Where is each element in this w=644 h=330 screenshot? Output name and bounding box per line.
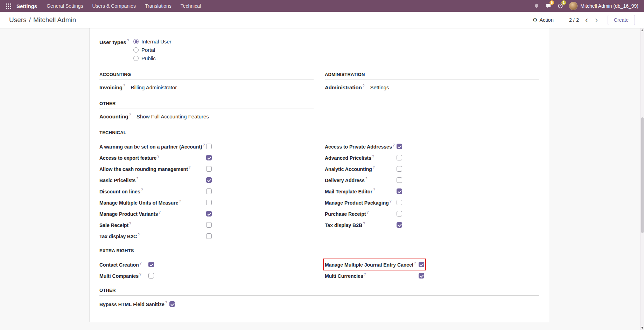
breadcrumb-users-link[interactable]: Users: [9, 16, 27, 24]
menu-translations[interactable]: Translations: [140, 0, 176, 12]
user-menu[interactable]: Mitchell Admin (db_16_99): [580, 3, 638, 9]
radio-icon[interactable]: [133, 39, 139, 44]
field-checkbox[interactable]: [397, 222, 402, 228]
apps-menu-button[interactable]: [4, 0, 13, 12]
field-checkbox[interactable]: [419, 273, 424, 279]
help-marker: ?: [141, 188, 143, 192]
help-marker: ?: [123, 84, 125, 88]
pager-previous-button[interactable]: [584, 17, 589, 23]
pager-next-button[interactable]: [594, 17, 598, 23]
help-marker: ?: [363, 222, 365, 226]
radio-icon[interactable]: [133, 56, 139, 61]
radio-label: Public: [141, 55, 156, 61]
field-label: Bypass HTML Field Sanitize: [99, 302, 164, 307]
field-accounting: Accounting? Show Full Accounting Feature…: [99, 113, 314, 119]
help-marker: ?: [129, 222, 131, 226]
manage-multiple-journal-entry-cancel-checkbox[interactable]: [419, 262, 424, 267]
field-checkbox[interactable]: [206, 144, 212, 149]
action-menu-button[interactable]: Action: [533, 17, 554, 23]
field-checkbox[interactable]: [206, 200, 212, 205]
scroll-up-arrow-icon[interactable]: [641, 29, 643, 31]
gear-icon: [533, 17, 537, 23]
field-label: Invoicing: [99, 84, 122, 90]
field-label: Manage Multiple Journal Entry Cancel: [325, 262, 413, 268]
top-navbar: Settings General Settings Users & Compan…: [0, 0, 644, 12]
field-checkbox[interactable]: [169, 301, 175, 307]
scrollbar[interactable]: [640, 28, 644, 330]
help-marker: ?: [138, 233, 140, 237]
radio-portal[interactable]: Portal: [133, 47, 172, 53]
field-checkbox[interactable]: [397, 166, 402, 172]
app-name[interactable]: Settings: [16, 3, 37, 9]
field-label: Tax display B2B: [325, 222, 362, 228]
field-checkbox[interactable]: [206, 233, 212, 239]
field-checkbox[interactable]: [397, 200, 402, 205]
create-button[interactable]: Create: [608, 15, 635, 25]
menu-general-settings[interactable]: General Settings: [42, 0, 88, 12]
field-checkbox[interactable]: [148, 262, 154, 267]
field-value[interactable]: Billing Administrator: [131, 84, 177, 90]
field-checkbox[interactable]: [397, 144, 402, 149]
activities-button[interactable]: 1: [554, 0, 566, 12]
radio-icon[interactable]: [133, 47, 139, 53]
field-row: Sale Receipt?: [99, 221, 212, 229]
field-checkbox[interactable]: [206, 177, 212, 183]
field-label: Tax display B2C: [99, 234, 137, 239]
field-label: Manage Multiple Units of Measure: [99, 200, 178, 206]
field-label: Sale Receipt: [99, 222, 128, 228]
field-checkbox[interactable]: [206, 222, 212, 228]
technical-right-column: Access to Private Addresses? Advanced Pr…: [325, 142, 539, 243]
field-label: Contact Creation: [99, 262, 139, 268]
scroll-down-arrow-icon[interactable]: [641, 327, 643, 329]
right-column: ADMINISTRATION Administration? Settings: [325, 72, 539, 130]
field-row: Access to Private Addresses?: [325, 142, 402, 151]
field-checkbox[interactable]: [206, 188, 212, 194]
field-checkbox[interactable]: [397, 188, 402, 194]
scrollbar-thumb[interactable]: [641, 117, 644, 233]
field-row: Purchase Receipt?: [325, 209, 402, 218]
field-value[interactable]: Show Full Accounting Features: [136, 114, 209, 119]
field-checkbox[interactable]: [148, 273, 154, 279]
help-marker: ?: [189, 166, 191, 170]
bell-icon: [534, 3, 539, 9]
radio-internal-user[interactable]: Internal User: [133, 39, 172, 44]
field-checkbox[interactable]: [206, 211, 212, 216]
field-administration: Administration? Settings: [325, 84, 539, 90]
radio-public[interactable]: Public: [133, 55, 172, 61]
field-row: Advanced Pricelists?: [325, 153, 402, 162]
field-label: Mail Template Editor: [325, 189, 372, 194]
breadcrumb-current: Mitchell Admin: [33, 16, 76, 24]
field-label: Multi Currencies: [325, 273, 363, 279]
messages-button[interactable]: 5: [542, 0, 554, 12]
help-marker: ?: [364, 273, 366, 276]
field-label: Analytic Accounting: [325, 166, 372, 172]
field-row: Multi Companies?: [99, 271, 154, 280]
field-checkbox[interactable]: [397, 177, 402, 183]
extra-rights-right-column: Manage Multiple Journal Entry Cancel? Mu…: [325, 260, 539, 283]
user-avatar[interactable]: [569, 2, 578, 10]
group-technical: TECHNICAL A warning can be set on a part…: [99, 130, 539, 243]
menu-users-companies[interactable]: Users & Companies: [88, 0, 140, 12]
field-label: Allow the cash rounding management: [99, 166, 188, 172]
help-marker: ?: [140, 261, 142, 265]
field-checkbox[interactable]: [206, 155, 212, 160]
control-panel-right: Action 2 / 2 Create: [533, 15, 635, 25]
menu-technical[interactable]: Technical: [176, 0, 205, 12]
field-row: Manage Multiple Units of Measure?: [99, 198, 212, 207]
help-marker: ?: [393, 143, 395, 147]
field-label: Basic Pricelists: [99, 178, 136, 183]
field-checkbox[interactable]: [206, 166, 212, 172]
field-label: A warning can be set on a partner (Accou…: [99, 144, 202, 150]
field-label: Accounting: [99, 114, 128, 119]
help-marker: ?: [372, 154, 374, 158]
control-panel: Users / Mitchell Admin Action 2 / 2 Crea…: [0, 12, 644, 28]
notifications-bell-button[interactable]: [531, 0, 542, 12]
field-checkbox[interactable]: [397, 211, 402, 216]
field-row: Tax display B2C?: [99, 232, 212, 240]
field-checkbox[interactable]: [397, 155, 402, 160]
field-value[interactable]: Settings: [370, 84, 389, 90]
field-user-types: User types? Internal User Portal Public: [99, 39, 539, 61]
field-row: Manage Product Packaging?: [325, 198, 402, 207]
field-row: Bypass HTML Field Sanitize?: [99, 300, 175, 308]
section-title: OTHER: [99, 101, 314, 109]
